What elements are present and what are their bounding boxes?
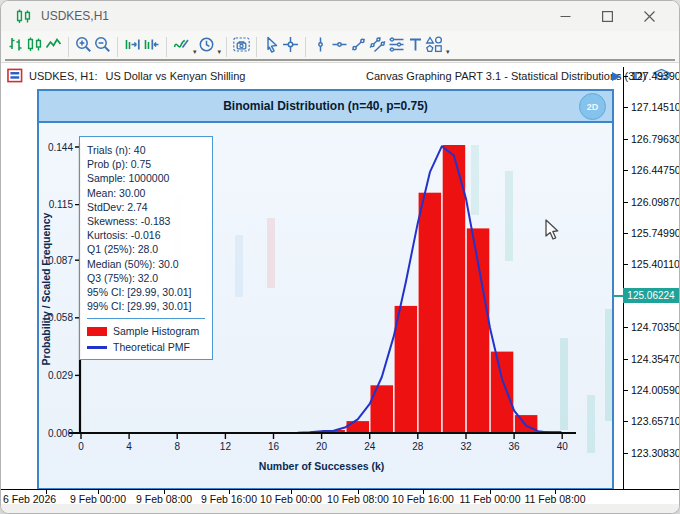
stats-line: Sample: 1000000	[87, 171, 205, 185]
candlestick-chart-icon	[25, 35, 44, 54]
x-tick-label: 40	[557, 441, 569, 452]
toolbar: ▾▾▾	[1, 31, 679, 63]
stats-line: Q1 (25%): 28.0	[87, 242, 205, 256]
minimize-button[interactable]	[551, 6, 579, 26]
shift-end-of-chart-icon	[123, 35, 142, 54]
indicators-icon	[172, 35, 191, 54]
line-chart-button[interactable]	[44, 35, 63, 58]
symbol-candlestick-icon	[13, 6, 33, 26]
trendline-button[interactable]	[349, 35, 368, 58]
zoom-in-icon	[74, 35, 93, 54]
price-tick	[623, 233, 628, 234]
close-icon	[644, 11, 654, 21]
price-label: 126.09870	[631, 196, 679, 208]
price-tick	[623, 453, 628, 454]
vertical-line-button[interactable]	[311, 35, 330, 58]
panel-header[interactable]: Binomial Distribution (n=40, p=0.75) 2D	[39, 91, 612, 123]
toolbar-separator	[256, 37, 257, 57]
chevron-down-icon: ▾	[218, 48, 222, 55]
distribution-plot: 0481216202428323640Number of Successes (…	[39, 123, 612, 488]
x-tick-label: 0	[78, 441, 84, 452]
histogram-bar	[491, 352, 514, 433]
stats-line: Median (50%): 30.0	[87, 257, 205, 271]
x-tick-label: 20	[316, 441, 328, 452]
stats-line: Q3 (75%): 32.0	[87, 271, 205, 285]
toolbar-separator	[305, 37, 306, 57]
price-label: 126.44750	[631, 164, 679, 176]
vertical-line-icon	[311, 35, 330, 54]
price-label: 124.35470	[631, 353, 679, 365]
horizontal-line-button[interactable]	[330, 35, 349, 58]
legend-row: Theoretical PMF	[87, 339, 205, 355]
x-tick-label: 28	[412, 441, 424, 452]
cursor-icon	[262, 35, 281, 54]
window-title: USDKES,H1	[41, 9, 109, 23]
screenshot-camera-button[interactable]	[232, 35, 251, 58]
program-title-label: Canvas Graphing PART 3.1 - Statistical D…	[366, 70, 646, 82]
text-label-icon	[406, 35, 425, 54]
x-tick-label: 12	[220, 441, 232, 452]
histogram-bar	[419, 193, 442, 433]
price-scale-arrow-icon	[612, 72, 621, 81]
close-button[interactable]	[635, 6, 663, 26]
price-tick	[623, 421, 628, 422]
mode-2d-button[interactable]: 2D	[579, 93, 606, 120]
stats-line: Skewness: -0.183	[87, 214, 205, 228]
text-label-button[interactable]	[406, 35, 425, 58]
fibonacci-lines-icon	[387, 35, 406, 54]
histogram-bar	[443, 145, 466, 433]
price-label: 125.40110	[631, 258, 679, 270]
bid-price-line	[613, 295, 623, 297]
y-tick-label: 0.029	[48, 370, 73, 381]
chart-area[interactable]: USDKES, H1: US Dollar vs Kenyan Shilling…	[1, 63, 679, 504]
price-label: 124.70350	[631, 321, 679, 333]
fibonacci-lines-button[interactable]	[387, 35, 406, 58]
zoom-out-icon	[93, 35, 112, 54]
window-titlebar[interactable]: USDKES,H1	[1, 1, 679, 31]
chart-symbol-label: USDKES, H1:	[29, 70, 97, 82]
auto-scroll-icon	[142, 35, 161, 54]
cursor-button[interactable]	[262, 35, 281, 58]
candlestick-chart-button[interactable]	[25, 35, 44, 58]
indicators-button[interactable]: ▾	[172, 35, 197, 58]
stats-line: Trials (n): 40	[87, 143, 205, 157]
price-axis-line	[623, 67, 624, 489]
crosshair-button[interactable]	[281, 35, 300, 58]
legend-label: Sample Histogram	[113, 325, 199, 337]
stats-box: Trials (n): 40Prob (p): 0.75Sample: 1000…	[79, 136, 213, 360]
x-axis-title: Number of Successes (k)	[259, 460, 384, 472]
legend-row: Sample Histogram	[87, 323, 205, 339]
chart-list-icon	[7, 68, 23, 83]
maximize-button[interactable]	[593, 6, 621, 26]
legend-swatch-box	[87, 327, 107, 336]
zoom-in-button[interactable]	[74, 35, 93, 58]
x-tick-label: 4	[126, 441, 132, 452]
toolbar-separator	[68, 37, 69, 57]
line-chart-icon	[44, 35, 63, 54]
zoom-out-button[interactable]	[93, 35, 112, 58]
x-tick-label: 36	[509, 441, 521, 452]
bar-chart-button[interactable]	[6, 35, 25, 58]
price-tick	[623, 359, 628, 360]
mouse-cursor	[545, 219, 559, 241]
timeframes-clock-button[interactable]: ▾	[197, 35, 222, 58]
y-axis-title: Probability / Scaled Frequency	[40, 212, 52, 365]
window-bottom-frame	[1, 504, 679, 513]
screenshot-camera-icon	[232, 35, 251, 54]
auto-scroll-button[interactable]	[142, 35, 161, 58]
price-label: 127.14510	[631, 101, 679, 113]
channel-button[interactable]	[368, 35, 387, 58]
price-tick	[623, 139, 628, 140]
y-tick-label: 0.000	[48, 428, 73, 439]
price-label: 127.49390	[631, 70, 679, 82]
price-tick	[623, 202, 628, 203]
shift-end-of-chart-button[interactable]	[123, 35, 142, 58]
toolbar-separator	[226, 37, 227, 57]
desktop: USDKES,H1 ▾▾▾ USDKES, H1: US Dollar vs K…	[0, 0, 680, 514]
x-tick-label: 16	[268, 441, 280, 452]
horizontal-line-icon	[330, 35, 349, 54]
chart-header: USDKES, H1: US Dollar vs Kenyan Shilling…	[7, 67, 671, 85]
chart-list-icon[interactable]	[7, 68, 23, 85]
window-controls	[551, 6, 671, 26]
geometric-shapes-button[interactable]: ▾	[425, 35, 450, 58]
